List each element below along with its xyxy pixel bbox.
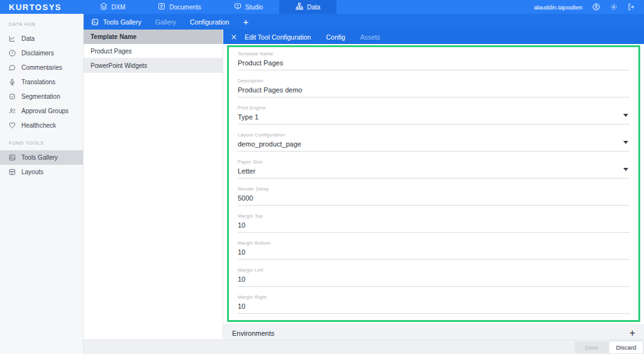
save-button[interactable]: Save <box>575 341 608 353</box>
gear-icon[interactable] <box>610 3 618 11</box>
field-label: Layout Configuration <box>238 132 630 138</box>
nav-label: DXM <box>111 4 125 11</box>
alert-circle-icon <box>9 50 16 57</box>
sidebar-item-label: Tools Gallery <box>21 154 58 161</box>
margin-right-input[interactable]: 10 <box>238 301 630 314</box>
add-environment-button[interactable]: + <box>630 328 635 339</box>
field-label: Margin Left <box>238 267 630 274</box>
config-form: Template Name Product Pages Description … <box>227 45 640 322</box>
nav-item-dxm[interactable]: DXM <box>84 0 142 14</box>
field-description: Description Product Pages demo <box>238 78 630 97</box>
sidebar-item-approval-groups[interactable]: Approval Groups <box>0 104 83 118</box>
list-item-powerpoint-widgets[interactable]: PowerPoint Widgets <box>84 58 223 73</box>
tools-gallery-toolbar: Tools Gallery Gallery Configuration + <box>84 14 644 30</box>
nav-label: Documents <box>169 4 201 11</box>
nav-item-data[interactable]: Data <box>279 0 336 14</box>
nav-label: Studio <box>245 4 263 11</box>
field-layout-configuration: Layout Configuration demo_product_page <box>238 132 630 152</box>
sidebar-item-label: Approval Groups <box>21 108 69 114</box>
toolbar-title-label: Tools Gallery <box>103 18 142 26</box>
field-margin-left: Margin Left 10 <box>238 267 630 287</box>
field-margin-right: Margin Right 10 <box>238 294 630 314</box>
field-label: Margin Top <box>238 213 630 219</box>
nav-item-studio[interactable]: Studio <box>218 0 279 14</box>
sidebar-item-data[interactable]: Data <box>0 31 83 46</box>
field-label: Template Name <box>238 51 630 57</box>
top-right: alauddin.tajoodien <box>534 0 644 14</box>
template-name-input[interactable]: Product Pages <box>238 57 630 70</box>
screen-icon <box>234 3 242 11</box>
chevron-down-icon[interactable] <box>623 141 628 144</box>
template-list-header: Template Name <box>84 30 223 44</box>
heart-icon <box>9 122 16 129</box>
sidebar-item-translations[interactable]: Translations <box>0 75 83 89</box>
field-margin-top: Margin Top 10 <box>238 213 630 233</box>
field-render-delay: Render Delay 5000 <box>238 186 630 206</box>
username-label: alauddin.tajoodien <box>534 4 582 11</box>
sidebar-item-segmentation[interactable]: Segmentation <box>0 89 83 104</box>
toolbar-title-tools-gallery[interactable]: Tools Gallery <box>91 18 142 26</box>
description-input[interactable]: Product Pages demo <box>238 84 630 97</box>
tab-config[interactable]: Config <box>326 33 345 41</box>
image-icon <box>91 18 99 26</box>
top-nav: DXM Documents Studio Data <box>84 0 336 14</box>
layout-icon <box>9 169 16 175</box>
tab-gallery[interactable]: Gallery <box>155 18 176 26</box>
sidebar-item-commentaries[interactable]: Commentaries <box>0 60 83 75</box>
sidebar-item-label: Healthcheck <box>21 122 56 129</box>
microphone-icon <box>9 79 16 86</box>
sidebar-item-disclaimers[interactable]: Disclaimers <box>0 46 83 60</box>
sidebar-item-healthcheck[interactable]: Healthcheck <box>0 118 83 133</box>
field-template-name: Template Name Product Pages <box>238 51 630 70</box>
editor-header: Edit Tool Configuration Config Assets <box>223 30 644 44</box>
field-margin-bottom: Margin Bottom 10 <box>238 240 630 260</box>
field-label: Render Delay <box>238 186 630 192</box>
print-engine-select[interactable]: Type 1 <box>238 111 630 124</box>
list-item-product-pages[interactable]: Product Pages <box>84 44 223 58</box>
editor-title: Edit Tool Configuration <box>245 33 311 41</box>
tab-configuration[interactable]: Configuration <box>190 18 229 26</box>
nav-label: Data <box>307 4 320 11</box>
chevron-down-icon[interactable] <box>623 168 628 171</box>
users-icon <box>9 108 16 114</box>
paper-size-select[interactable]: Letter <box>238 165 630 179</box>
layers-icon <box>100 3 108 11</box>
layout-configuration-select[interactable]: demo_product_page <box>238 138 630 152</box>
template-list-panel: Template Name Product Pages PowerPoint W… <box>84 30 223 338</box>
document-icon <box>158 3 165 11</box>
margin-top-input[interactable]: 10 <box>238 219 630 233</box>
sidebar: DATA HUB Data Disclaimers Commentaries T… <box>0 14 84 354</box>
kurtosys-logo: KURTOSYS <box>0 0 84 14</box>
speech-bubble-icon <box>9 64 16 71</box>
nav-item-documents[interactable]: Documents <box>142 0 218 14</box>
select-value: Letter <box>238 167 255 175</box>
add-template-button[interactable]: + <box>243 17 248 26</box>
field-print-engine: Print Engine Type 1 <box>238 105 630 124</box>
select-value: Type 1 <box>238 113 258 121</box>
editor-panel: Edit Tool Configuration Config Assets Te… <box>223 30 644 338</box>
margin-left-input[interactable]: 10 <box>238 274 630 287</box>
environments-title: Environments <box>232 329 274 337</box>
user-account-icon[interactable] <box>592 3 600 11</box>
sidebar-item-label: Disclaimers <box>21 50 54 57</box>
field-label: Margin Bottom <box>238 240 630 246</box>
image-icon <box>9 154 16 161</box>
box-check-icon <box>9 93 16 100</box>
logout-icon[interactable] <box>628 3 635 11</box>
discard-button[interactable]: Discard <box>609 341 643 353</box>
tab-assets[interactable]: Assets <box>360 33 380 41</box>
close-icon[interactable] <box>231 34 237 40</box>
field-label: Margin Right <box>238 294 630 301</box>
sidebar-item-layouts[interactable]: Layouts <box>0 165 83 179</box>
margin-bottom-input[interactable]: 10 <box>238 246 630 260</box>
sidebar-item-label: Translations <box>21 79 55 86</box>
sidebar-section-data-hub: DATA HUB <box>0 14 83 31</box>
render-delay-input[interactable]: 5000 <box>238 192 630 206</box>
field-paper-size: Paper Size Letter <box>238 159 630 179</box>
field-label: Description <box>238 78 630 84</box>
field-label: Print Engine <box>238 105 630 111</box>
sidebar-item-tools-gallery[interactable]: Tools Gallery <box>0 150 83 165</box>
chevron-down-icon[interactable] <box>623 114 628 117</box>
sidebar-item-label: Segmentation <box>21 93 60 100</box>
select-value: demo_product_page <box>238 140 301 148</box>
